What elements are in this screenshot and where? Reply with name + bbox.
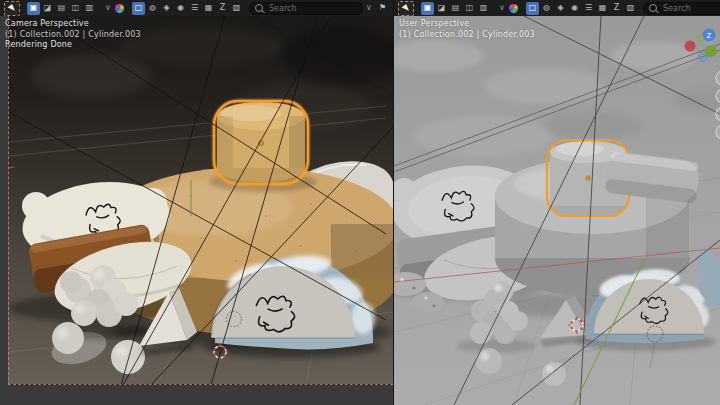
mode-icon-2[interactable]: ◪	[435, 2, 448, 15]
viewport-left-overlay-text: Camera Perspective (1) Collection.002 | …	[5, 19, 141, 51]
render-status: Rendering Done	[5, 40, 141, 51]
viewport-left[interactable]: ▣ ◪ ▤ ◫ ▥ ∨ □ ◍ ◈ ◉ ☰ ▦ Z ▧ ∨ ⚑ ▚▾	[0, 0, 393, 405]
object-icon-2[interactable]: ▦	[202, 2, 215, 15]
scene-right[interactable]: Z User Perspective (1) Collection.002 | …	[394, 16, 720, 405]
shading-icon-4[interactable]: ◉	[568, 2, 581, 15]
falloff-color-wheel-icon[interactable]	[509, 4, 518, 13]
object-icon-3[interactable]: Z	[610, 2, 623, 15]
chevron-down-icon[interactable]: ∨	[103, 2, 113, 15]
select-mode-icon[interactable]: ▣	[421, 2, 434, 15]
navigation-gizmo[interactable]: Z	[685, 29, 720, 140]
mode-icon-4[interactable]: ◫	[463, 2, 476, 15]
shading-icon-3[interactable]: ◈	[554, 2, 567, 15]
viewport-canvas-left[interactable]	[9, 16, 393, 385]
shading-icon-4[interactable]: ◉	[174, 2, 187, 15]
scene-left[interactable]: Camera Perspective (1) Collection.002 | …	[0, 16, 393, 405]
shading-icon-3[interactable]: ◈	[160, 2, 173, 15]
shading-icon-1[interactable]: □	[526, 2, 539, 15]
breadcrumb: (1) Collection.002 | Cylinder.003	[5, 30, 141, 41]
object-icon-4[interactable]: ▧	[230, 2, 243, 15]
active-tool-button-right[interactable]	[398, 1, 414, 16]
collapse-chevron-icon[interactable]: ∨	[364, 2, 374, 15]
mode-icon-3[interactable]: ▤	[55, 2, 68, 15]
gizmo-z-neg-ball[interactable]	[699, 53, 708, 62]
breadcrumb: (1) Collection.002 | Cylinder.003	[399, 30, 535, 41]
object-icon-1[interactable]: ☰	[188, 2, 201, 15]
mode-icon-5[interactable]: ▥	[477, 2, 490, 15]
cursor-tool-icon	[401, 3, 410, 12]
chevron-down-icon[interactable]: ∨	[497, 2, 507, 15]
object-icon-4[interactable]: ▧	[624, 2, 637, 15]
viewport-canvas-right[interactable]: Z	[394, 16, 720, 405]
mode-icon-5[interactable]: ▥	[83, 2, 96, 15]
mode-icon-4[interactable]: ◫	[69, 2, 82, 15]
search-input[interactable]	[267, 3, 357, 14]
selected-cylinder[interactable]	[209, 101, 317, 192]
bookmark-icon[interactable]: ⚑	[376, 2, 389, 15]
search-box[interactable]	[249, 2, 363, 15]
active-tool-button[interactable]	[4, 1, 20, 16]
search-box[interactable]	[643, 2, 720, 15]
mode-icon-2[interactable]: ◪	[41, 2, 54, 15]
viewport-left-header: ▣ ◪ ▤ ◫ ▥ ∨ □ ◍ ◈ ◉ ☰ ▦ Z ▧ ∨ ⚑ ▚▾	[0, 0, 393, 16]
object-origin-dot	[586, 176, 590, 180]
gizmo-dropdown-icon[interactable]: ▚	[391, 2, 393, 15]
falloff-color-wheel-icon[interactable]	[115, 4, 124, 13]
blender-window: ▣ ◪ ▤ ◫ ▥ ∨ □ ◍ ◈ ◉ ☰ ▦ Z ▧ ∨ ⚑ ▚▾	[0, 0, 720, 405]
shading-icon-2[interactable]: ◍	[540, 2, 553, 15]
camera-border-tick	[9, 167, 14, 168]
search-input[interactable]	[661, 3, 720, 14]
viewport-right[interactable]: ▣ ◪ ▤ ◫ ▥ ∨ □ ◍ ◈ ◉ ☰ ▦ Z ▧ ∨ ⚑ ▚▾	[394, 0, 720, 405]
object-icon-2[interactable]: ▦	[596, 2, 609, 15]
viewport-right-overlay-text: User Perspective (1) Collection.002 | Cy…	[399, 19, 535, 40]
shading-icon-2[interactable]: ◍	[146, 2, 159, 15]
shading-icon-1[interactable]: □	[132, 2, 145, 15]
gizmo-x-ball[interactable]	[685, 41, 696, 52]
view-name: User Perspective	[399, 19, 535, 30]
search-icon	[255, 4, 263, 12]
search-icon	[649, 4, 657, 12]
mode-icon-3[interactable]: ▤	[449, 2, 462, 15]
gizmo-z-label: Z	[707, 32, 712, 40]
camera-frame[interactable]	[8, 16, 393, 385]
cursor-tool-icon	[7, 3, 16, 12]
select-mode-icon[interactable]: ▣	[27, 2, 40, 15]
object-icon-1[interactable]: ☰	[582, 2, 595, 15]
viewport-right-header: ▣ ◪ ▤ ◫ ▥ ∨ □ ◍ ◈ ◉ ☰ ▦ Z ▧ ∨ ⚑ ▚▾	[394, 0, 720, 16]
object-icon-3[interactable]: Z	[216, 2, 229, 15]
gizmo-y-neg-ball[interactable]	[697, 35, 704, 42]
wall-texture	[394, 40, 720, 156]
view-name: Camera Perspective	[5, 19, 141, 30]
